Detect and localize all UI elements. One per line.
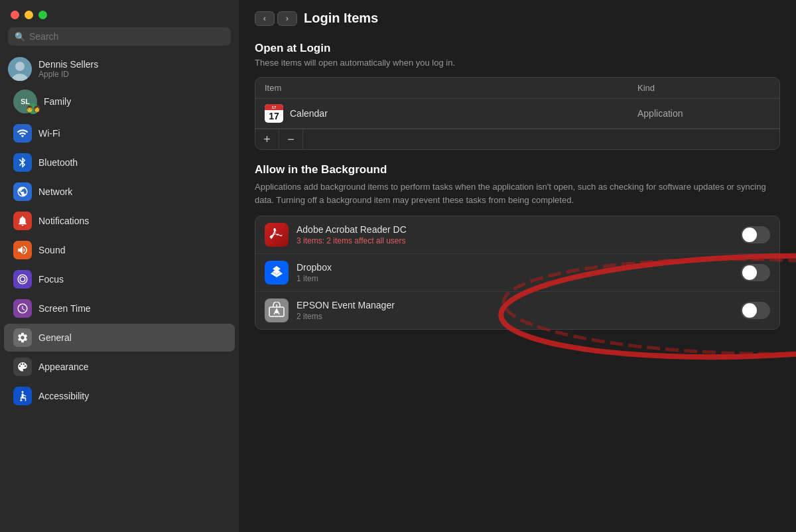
app-row-dropbox: Dropbox 1 item [255, 254, 779, 292]
general-icon [13, 328, 32, 347]
sidebar-item-accessibility[interactable]: Accessibility [4, 382, 235, 410]
sidebar-item-screen-time[interactable]: Screen Time [4, 295, 235, 322]
acrobat-toggle[interactable] [741, 226, 770, 243]
dropbox-info: Dropbox 1 item [297, 262, 741, 283]
calendar-icon: 17 17 [265, 104, 283, 123]
sidebar-item-notifications-label: Notifications [38, 216, 89, 226]
dropbox-name: Dropbox [297, 262, 741, 273]
allow-background-section: Allow in the Background Applications add… [255, 163, 780, 330]
back-button[interactable]: ‹ [255, 11, 275, 26]
epson-icon [265, 299, 289, 322]
table-row[interactable]: 17 17 Calendar Application [255, 99, 779, 129]
epson-toggle[interactable] [741, 302, 770, 319]
sidebar-item-network[interactable]: Network [4, 178, 235, 206]
focus-icon [13, 270, 32, 289]
open-at-login-subtitle: These items will open automatically when… [255, 58, 780, 68]
sidebar-item-focus-label: Focus [38, 274, 64, 285]
search-bar[interactable]: 🔍 [8, 27, 231, 46]
remove-item-button[interactable]: − [279, 129, 303, 149]
wifi-icon [13, 124, 32, 143]
calendar-icon-num: 17 [269, 111, 279, 121]
sidebar: 🔍 Dennis Sellers Apple ID SL 👨‍👩 Family [0, 0, 239, 532]
epson-info: EPSON Event Manager 2 items [297, 300, 741, 321]
app-list: Adobe Acrobat Reader DC 3 items: 2 items… [255, 216, 780, 330]
notifications-icon [13, 212, 32, 230]
screentime-icon [13, 299, 32, 318]
accessibility-icon [13, 387, 32, 405]
epson-name: EPSON Event Manager [297, 300, 741, 310]
sidebar-item-focus[interactable]: Focus [4, 265, 235, 293]
user-info: Dennis Sellers Apple ID [38, 59, 98, 79]
sidebar-item-family[interactable]: SL 👨‍👩 Family [4, 85, 235, 118]
table-header: Item Kind [255, 78, 779, 99]
acrobat-info: Adobe Acrobat Reader DC 3 items: 2 items… [297, 224, 741, 245]
main-wrapper: ‹ › Login Items Open at Login These item… [239, 0, 796, 532]
svg-point-3 [22, 391, 24, 393]
sidebar-item-appearance[interactable]: Appearance [4, 353, 235, 381]
sidebar-item-accessibility-label: Accessibility [38, 391, 89, 401]
calendar-icon-top: 17 [265, 104, 283, 110]
user-name: Dennis Sellers [38, 59, 98, 70]
col-item-header: Item [265, 83, 637, 93]
traffic-lights [0, 0, 239, 27]
open-at-login-title: Open at Login [255, 42, 780, 55]
maximize-button[interactable] [38, 11, 47, 19]
table-actions: + − [255, 129, 779, 149]
appearance-icon [13, 358, 32, 376]
allow-background-title: Allow in the Background [255, 163, 780, 176]
open-at-login-section: Open at Login These items will open auto… [255, 42, 780, 150]
close-button[interactable] [11, 11, 19, 19]
epson-sublabel: 2 items [297, 312, 741, 321]
sidebar-item-bluetooth-label: Bluetooth [38, 157, 78, 168]
sidebar-item-general[interactable]: General [4, 324, 235, 352]
calendar-row-kind: Application [637, 108, 770, 119]
sidebar-item-appearance-label: Appearance [38, 362, 89, 372]
acrobat-sublabel: 3 items: 2 items affect all users [297, 236, 741, 245]
acrobat-name: Adobe Acrobat Reader DC [297, 224, 741, 235]
page-title: Login Items [304, 11, 378, 26]
app-row-acrobat: Adobe Acrobat Reader DC 3 items: 2 items… [255, 216, 779, 254]
sidebar-item-bluetooth[interactable]: Bluetooth [4, 149, 235, 176]
family-badge-icon: 👨‍👩 [28, 103, 38, 114]
user-sublabel: Apple ID [38, 70, 98, 79]
svg-point-1 [15, 62, 25, 71]
sidebar-item-network-label: Network [38, 186, 72, 197]
titlebar: ‹ › Login Items [255, 11, 780, 26]
sidebar-item-general-label: General [38, 332, 72, 343]
minimize-button[interactable] [25, 11, 33, 19]
forward-button[interactable]: › [277, 11, 297, 26]
sidebar-item-wifi-label: Wi-Fi [38, 128, 60, 139]
bluetooth-icon [13, 153, 32, 172]
col-kind-header: Kind [637, 83, 770, 93]
calendar-row-name: Calendar [290, 108, 637, 119]
login-items-table: Item Kind 17 17 Calendar Application + − [255, 77, 780, 150]
sidebar-item-wifi[interactable]: Wi-Fi [4, 119, 235, 147]
dropbox-toggle[interactable] [741, 264, 770, 281]
nav-buttons: ‹ › [255, 11, 297, 26]
add-item-button[interactable]: + [255, 129, 279, 149]
main-content: ‹ › Login Items Open at Login These item… [239, 0, 796, 532]
acrobat-icon [265, 223, 289, 247]
sidebar-item-user[interactable]: Dennis Sellers Apple ID [4, 54, 235, 84]
search-input[interactable] [29, 31, 224, 42]
avatar [8, 57, 32, 81]
network-icon [13, 182, 32, 201]
search-icon: 🔍 [15, 32, 25, 42]
dropbox-icon [265, 261, 289, 285]
dropbox-sublabel: 1 item [297, 274, 741, 283]
sidebar-item-screen-time-label: Screen Time [38, 303, 91, 314]
sidebar-item-sound-label: Sound [38, 245, 65, 255]
sound-icon [13, 241, 32, 259]
app-row-epson: EPSON Event Manager 2 items [255, 292, 779, 329]
family-avatar: SL 👨‍👩 [13, 90, 37, 113]
allow-background-desc: Applications add background items to per… [255, 180, 780, 206]
sidebar-item-sound[interactable]: Sound [4, 236, 235, 264]
sidebar-item-family-label: Family [44, 96, 71, 107]
sidebar-item-notifications[interactable]: Notifications [4, 207, 235, 235]
